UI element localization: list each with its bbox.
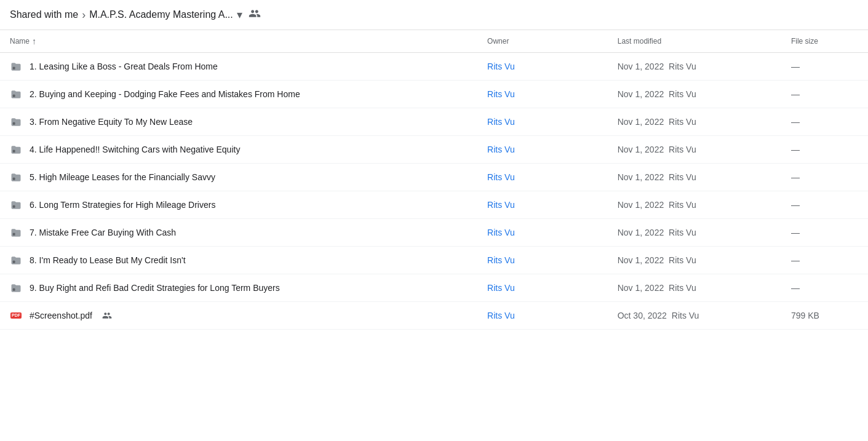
file-name-text: 7. Mistake Free Car Buying With Cash	[30, 228, 176, 237]
table-header-row: Name ↑ Owner Last modified File size	[0, 30, 868, 53]
file-name-cell: 1. Leasing Like a Boss - Great Deals Fro…	[10, 60, 468, 73]
breadcrumb-current-folder: M.A.P.S. Academy Mastering A...	[89, 9, 233, 20]
folder-icon	[10, 226, 22, 239]
shared-icon	[102, 311, 112, 321]
modified-by: Rits Vu	[669, 311, 699, 320]
size-cell: —	[781, 136, 868, 164]
table-row[interactable]: 3. From Negative Equity To My New LeaseR…	[0, 108, 868, 136]
modified-date: Nov 1, 2022	[618, 200, 664, 210]
modified-date: Nov 1, 2022	[618, 283, 664, 293]
table-row[interactable]: 8. I'm Ready to Lease But My Credit Isn'…	[0, 247, 868, 274]
modified-cell: Nov 1, 2022 Rits Vu	[608, 108, 781, 136]
svg-rect-15	[13, 263, 15, 263]
breadcrumb-separator: ›	[82, 9, 86, 22]
col-header-name[interactable]: Name ↑	[0, 30, 477, 53]
size-cell: 799 KB	[781, 302, 868, 330]
svg-point-12	[13, 232, 15, 235]
folder-icon	[10, 254, 22, 266]
modified-cell: Nov 1, 2022 Rits Vu	[608, 247, 781, 274]
size-cell: —	[781, 53, 868, 81]
owner-cell: Rits Vu	[477, 164, 608, 191]
svg-rect-9	[13, 180, 15, 180]
modified-date: Nov 1, 2022	[618, 117, 664, 127]
file-name-cell: 9. Buy Right and Refi Bad Credit Strateg…	[10, 282, 468, 294]
modified-cell: Nov 1, 2022 Rits Vu	[608, 274, 781, 302]
modified-by: Rits Vu	[666, 89, 696, 99]
folder-icon	[10, 116, 22, 128]
svg-point-16	[13, 288, 15, 290]
table-row[interactable]: PDF#Screenshot.pdfRits VuOct 30, 2022 Ri…	[0, 302, 868, 330]
modified-by: Rits Vu	[666, 283, 696, 293]
table-row[interactable]: 9. Buy Right and Refi Bad Credit Strateg…	[0, 274, 868, 302]
modified-date: Nov 1, 2022	[618, 62, 664, 71]
owner-cell: Rits Vu	[477, 247, 608, 274]
size-cell: —	[781, 191, 868, 219]
pdf-icon: PDF	[10, 309, 22, 322]
modified-by: Rits Vu	[666, 228, 696, 237]
svg-point-2	[13, 94, 15, 97]
modified-cell: Nov 1, 2022 Rits Vu	[608, 164, 781, 191]
svg-rect-11	[13, 207, 15, 208]
modified-cell: Oct 30, 2022 Rits Vu	[608, 302, 781, 330]
svg-point-6	[13, 149, 15, 152]
breadcrumb-root[interactable]: Shared with me	[10, 9, 78, 20]
file-name-cell: 6. Long Term Strategies for High Mileage…	[10, 199, 468, 211]
modified-date: Nov 1, 2022	[618, 172, 664, 182]
modified-by: Rits Vu	[666, 172, 696, 182]
modified-cell: Nov 1, 2022 Rits Vu	[608, 53, 781, 81]
size-cell: —	[781, 274, 868, 302]
modified-date: Nov 1, 2022	[618, 89, 664, 99]
file-name-text: 8. I'm Ready to Lease But My Credit Isn'…	[30, 255, 186, 265]
owner-cell: Rits Vu	[477, 81, 608, 108]
folder-icon	[10, 199, 22, 211]
table-row[interactable]: 6. Long Term Strategies for High Mileage…	[0, 191, 868, 219]
modified-date: Oct 30, 2022	[618, 311, 667, 320]
modified-cell: Nov 1, 2022 Rits Vu	[608, 219, 781, 247]
folder-icon	[10, 88, 22, 100]
file-name-text: 9. Buy Right and Refi Bad Credit Strateg…	[30, 283, 280, 293]
modified-by: Rits Vu	[666, 200, 696, 210]
size-cell: —	[781, 219, 868, 247]
col-header-modified[interactable]: Last modified	[608, 30, 781, 53]
svg-point-8	[13, 177, 15, 180]
size-cell: —	[781, 247, 868, 274]
svg-point-4	[13, 122, 15, 124]
table-row[interactable]: 7. Mistake Free Car Buying With CashRits…	[0, 219, 868, 247]
col-header-size[interactable]: File size	[781, 30, 868, 53]
size-cell: —	[781, 81, 868, 108]
file-name-text: #Screenshot.pdf	[30, 311, 92, 320]
svg-rect-1	[13, 69, 15, 70]
owner-cell: Rits Vu	[477, 219, 608, 247]
modified-cell: Nov 1, 2022 Rits Vu	[608, 81, 781, 108]
file-name-cell: 2. Buying and Keeping - Dodging Fake Fee…	[10, 88, 468, 100]
file-name-cell: 4. Life Happened!! Switching Cars with N…	[10, 143, 468, 156]
modified-date: Nov 1, 2022	[618, 145, 664, 154]
svg-point-0	[13, 66, 15, 69]
file-name-text: 4. Life Happened!! Switching Cars with N…	[30, 145, 240, 154]
table-row[interactable]: 2. Buying and Keeping - Dodging Fake Fee…	[0, 81, 868, 108]
modified-by: Rits Vu	[666, 255, 696, 265]
svg-point-14	[13, 260, 15, 263]
file-table: Name ↑ Owner Last modified File size 1. …	[0, 30, 868, 330]
file-name-text: 5. High Mileage Leases for the Financial…	[30, 172, 215, 182]
file-name-cell: 7. Mistake Free Car Buying With Cash	[10, 226, 468, 239]
owner-cell: Rits Vu	[477, 302, 608, 330]
modified-cell: Nov 1, 2022 Rits Vu	[608, 136, 781, 164]
breadcrumb-people-icon	[249, 7, 261, 22]
file-name-cell: 3. From Negative Equity To My New Lease	[10, 116, 468, 128]
table-row[interactable]: 1. Leasing Like a Boss - Great Deals Fro…	[0, 53, 868, 81]
modified-date: Nov 1, 2022	[618, 255, 664, 265]
file-name-text: 2. Buying and Keeping - Dodging Fake Fee…	[30, 89, 300, 99]
svg-rect-17	[13, 290, 15, 291]
table-row[interactable]: 4. Life Happened!! Switching Cars with N…	[0, 136, 868, 164]
col-header-owner[interactable]: Owner	[477, 30, 608, 53]
table-row[interactable]: 5. High Mileage Leases for the Financial…	[0, 164, 868, 191]
file-name-text: 6. Long Term Strategies for High Mileage…	[30, 200, 215, 210]
breadcrumb: Shared with me › M.A.P.S. Academy Master…	[0, 0, 868, 30]
breadcrumb-chevron-icon[interactable]: ▾	[237, 8, 242, 22]
modified-cell: Nov 1, 2022 Rits Vu	[608, 191, 781, 219]
svg-rect-3	[13, 97, 15, 97]
svg-point-10	[13, 205, 15, 207]
modified-by: Rits Vu	[666, 62, 696, 71]
svg-rect-5	[13, 124, 15, 125]
